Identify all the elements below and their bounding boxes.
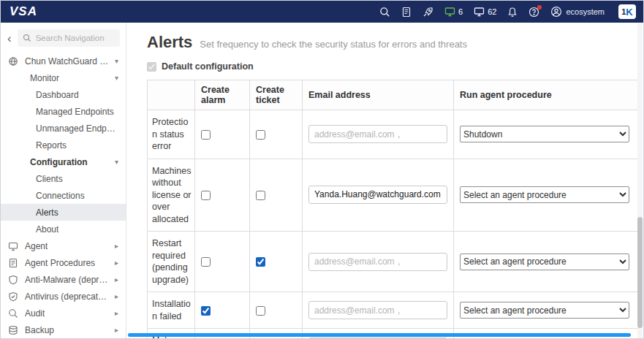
agent-procedure-select[interactable]: Select an agent procedure [460,186,629,203]
sidebar-item-agent[interactable]: Agent▸ [1,237,126,254]
rocket-icon[interactable] [423,7,433,18]
create-alarm-checkbox[interactable] [201,257,211,267]
sidebar-item-label: Agent [25,241,48,251]
search-icon[interactable] [379,7,390,18]
chevron-right-icon: ▸ [110,292,118,300]
sidebar-item-anti-malware-deprecated[interactable]: Anti-Malware (deprecated)▸ [1,271,126,288]
sidebar-item-label: Managed Endpoints [36,107,114,117]
row-label: Machines without license or over allocat… [148,159,195,232]
online-agents-count: 6 [458,7,463,16]
ticket-cell [250,110,303,159]
search-navigation-input[interactable] [18,29,120,47]
column-header: Run agent procedure [454,80,639,110]
alarm-cell [195,292,250,329]
procedure-cell: Select an agent procedure [454,292,639,329]
chevron-right-icon: ▸ [110,259,118,267]
alarm-cell [195,110,250,159]
sidebar-item-connections[interactable]: Connections [1,187,126,204]
default-configuration: Default configuration [147,61,643,72]
sidebar-item-clients[interactable]: Clients [1,170,126,187]
sidebar-item-label: Alerts [36,207,58,218]
sidebar-search [18,29,120,47]
column-header: Email address [303,80,454,110]
antimalware-icon [8,275,19,285]
ticket-cell [250,292,303,329]
sidebar-item-configuration[interactable]: Configuration▾ [1,153,126,170]
email-input[interactable] [308,301,447,319]
sidebar-item-label: Reports [36,140,67,151]
notifications-bell-icon[interactable] [507,7,518,18]
table-row: Restart required (pending upgrade)Select… [148,232,639,292]
row-label: Protection status error [148,110,195,159]
create-alarm-checkbox[interactable] [201,130,211,140]
audit-icon [8,308,19,319]
sidebar-item-label: Chun WatchGuard Endpoint ... [25,56,110,66]
sidebar-item-reports[interactable]: Reports [1,137,126,153]
collapse-sidebar-icon[interactable]: ‹ [5,32,14,45]
sidebar-item-antivirus-deprecated[interactable]: Antivirus (deprecated)▸ [1,288,126,305]
agent-procedure-select[interactable]: Shutdown [460,126,629,142]
user-name: ecosystem [566,7,605,16]
email-cell [303,159,454,232]
sidebar-item-agent-procedures[interactable]: Agent Procedures▸ [1,254,126,271]
row-label: Installation failed [148,292,195,329]
sidebar-item-chun-watchguard-endpoint[interactable]: Chun WatchGuard Endpoint ...▾ [1,53,126,69]
sidebar-item-managed-endpoints[interactable]: Managed Endpoints [1,103,126,120]
topbar-actions: 6 62 ecosystem 1K [379,4,636,19]
sidebar-item-alerts[interactable]: Alerts [1,204,126,221]
sidebar-item-label: Configuration [30,157,88,167]
column-header [148,80,195,110]
sidebar-item-audit[interactable]: Audit▸ [1,305,126,321]
main-content: Alerts Set frequency to check the securi… [126,23,643,339]
column-header: Create ticket [250,80,303,110]
create-ticket-checkbox[interactable] [256,257,265,267]
antivirus-icon [8,292,19,302]
email-input[interactable] [308,186,447,204]
document-icon[interactable] [401,7,412,18]
total-agents-icon[interactable]: 62 [474,7,496,17]
default-configuration-label: Default configuration [162,61,254,72]
user-menu[interactable]: ecosystem [550,6,605,18]
ticket-cell [250,232,303,292]
help-icon[interactable] [529,7,539,18]
chevron-down-icon: ▾ [110,74,118,82]
create-alarm-checkbox[interactable] [201,191,211,200]
total-agents-count: 62 [488,7,496,16]
agent-procedure-select[interactable]: Select an agent procedure [460,302,629,319]
sidebar-item-label: Connections [36,191,85,201]
page-title: Alerts [147,33,192,52]
help-alert-badge [537,5,542,9]
sidebar-item-monitor[interactable]: Monitor▾ [1,69,126,86]
create-ticket-checkbox[interactable] [256,130,265,140]
agent-procedure-select[interactable]: Select an agent procedure [460,254,629,270]
sidebar-item-backup[interactable]: Backup▸ [1,321,126,338]
vertical-scrollbar-thumb[interactable] [637,217,643,328]
email-cell [303,232,454,292]
online-agents-icon[interactable]: 6 [444,7,463,17]
agent-icon [8,241,19,251]
default-configuration-checkbox[interactable] [147,62,156,72]
table-row: Machines without license or over allocat… [148,159,639,232]
create-ticket-checkbox[interactable] [256,306,265,316]
table-row: Protection status errorShutdown [148,110,639,159]
kaseya-one-icon[interactable]: 1K [618,4,636,19]
sidebar-item-unmanaged-endpoints[interactable]: Unmanaged Endpoints [1,120,126,137]
create-alarm-checkbox[interactable] [201,306,211,316]
create-ticket-checkbox[interactable] [256,191,265,200]
chevron-right-icon: ▸ [110,326,118,334]
table-header-row: Create alarmCreate ticketEmail addressRu… [148,80,639,110]
email-input[interactable] [308,125,447,143]
sidebar-item-about[interactable]: About [1,221,126,237]
sidebar-item-label: Backup [25,325,54,335]
sidebar-item-dashboard[interactable]: Dashboard [1,86,126,103]
horizontal-scrollbar-thumb[interactable] [128,333,631,337]
sidebar-item-label: Monitor [30,73,59,83]
procedure-cell: Select an agent procedure [454,159,639,232]
chevron-down-icon: ▾ [110,158,118,166]
alerts-table: Create alarmCreate ticketEmail addressRu… [147,80,639,339]
chevron-right-icon: ▸ [110,275,118,283]
procedure-cell: Select an agent procedure [454,232,639,292]
alarm-cell [195,159,250,232]
email-input[interactable] [308,253,447,271]
column-header: Create alarm [195,80,250,110]
